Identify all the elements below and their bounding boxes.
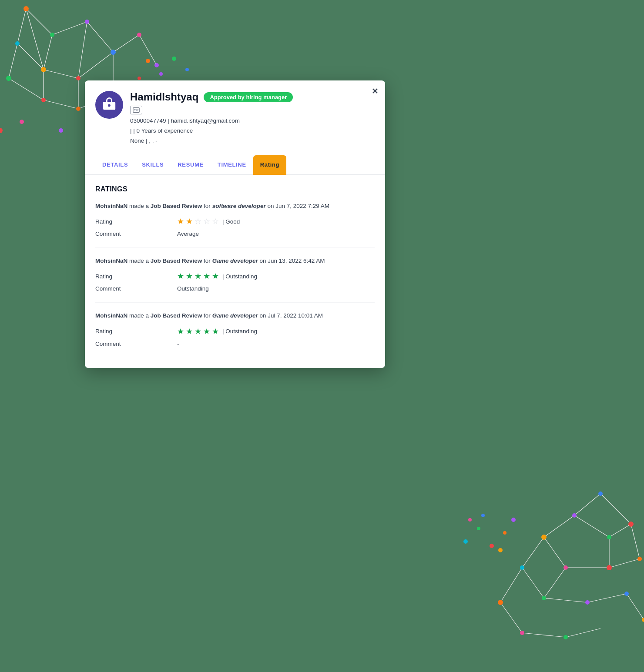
svg-line-1 bbox=[52, 22, 87, 35]
svg-line-5 bbox=[26, 9, 44, 70]
svg-point-22 bbox=[85, 20, 89, 24]
svg-point-69 bbox=[607, 535, 611, 539]
svg-line-46 bbox=[631, 524, 640, 559]
svg-point-70 bbox=[541, 535, 547, 540]
svg-line-62 bbox=[500, 602, 522, 633]
svg-line-12 bbox=[9, 43, 17, 78]
svg-line-59 bbox=[627, 594, 644, 620]
svg-point-29 bbox=[6, 76, 11, 81]
location: None | , , - bbox=[130, 136, 375, 146]
svg-point-67 bbox=[637, 557, 642, 561]
svg-point-85 bbox=[511, 518, 516, 522]
svg-point-39 bbox=[172, 57, 176, 61]
svg-point-31 bbox=[76, 107, 80, 111]
svg-line-63 bbox=[522, 633, 566, 637]
star-1-2: ★ bbox=[186, 217, 193, 226]
svg-point-21 bbox=[50, 33, 54, 37]
review-3-comment-row: Comment - bbox=[95, 341, 375, 347]
avatar bbox=[95, 91, 123, 119]
modal-body: RATINGS MohsinNaN made a Job Based Revie… bbox=[85, 175, 385, 368]
review-3-header: MohsinNaN made a Job Based Review for Ga… bbox=[95, 311, 375, 320]
dots-decoration-bottom bbox=[453, 507, 522, 559]
svg-point-83 bbox=[490, 544, 494, 548]
svg-line-51 bbox=[544, 537, 566, 568]
svg-line-9 bbox=[78, 22, 87, 78]
svg-point-90 bbox=[108, 104, 111, 107]
tab-details[interactable]: DETAILS bbox=[95, 155, 135, 175]
review-1-rating-text: | Good bbox=[222, 218, 240, 225]
star-3-1: ★ bbox=[177, 327, 184, 336]
review-2-rating-row: Rating ★ ★ ★ ★ ★ | Outstanding bbox=[95, 271, 375, 281]
review-1-date: Jun 7, 2022 7:29 AM bbox=[275, 203, 329, 209]
reviewer-2-name: MohsinNaN bbox=[95, 257, 127, 264]
star-3-3: ★ bbox=[195, 327, 201, 336]
svg-point-25 bbox=[41, 67, 46, 72]
svg-point-36 bbox=[0, 128, 3, 133]
review-3-on: on bbox=[259, 312, 268, 319]
review-2-rating-text: | Outstanding bbox=[222, 273, 257, 280]
review-2: MohsinNaN made a Job Based Review for Ga… bbox=[95, 247, 375, 292]
svg-point-27 bbox=[137, 33, 141, 37]
svg-point-24 bbox=[76, 76, 80, 80]
svg-point-73 bbox=[607, 565, 612, 570]
tab-rating[interactable]: Rating bbox=[253, 155, 286, 175]
network-decoration-bottom-right bbox=[479, 481, 644, 655]
review-1-comment-label: Comment bbox=[95, 231, 174, 237]
svg-point-74 bbox=[542, 596, 546, 600]
review-1-comment-row: Comment Average bbox=[95, 231, 375, 237]
svg-line-13 bbox=[9, 78, 44, 100]
review-2-rating-value: ★ ★ ★ ★ ★ | Outstanding bbox=[177, 271, 375, 281]
star-2-4: ★ bbox=[203, 271, 210, 281]
review-1-job: software developer bbox=[212, 203, 266, 209]
tabs-bar: DETAILS SKILLS RESUME TIMELINE Rating bbox=[85, 155, 385, 175]
review-1-rating-label: Rating bbox=[95, 218, 174, 225]
review-1-rating-row: Rating ★ ★ ☆ ☆ ☆ | Good bbox=[95, 217, 375, 226]
svg-point-84 bbox=[503, 531, 506, 535]
close-button[interactable]: ✕ bbox=[372, 87, 378, 95]
svg-point-37 bbox=[146, 59, 150, 63]
tab-skills[interactable]: SKILLS bbox=[135, 155, 171, 175]
tab-resume[interactable]: RESUME bbox=[171, 155, 211, 175]
svg-point-79 bbox=[564, 635, 568, 639]
star-3-2: ★ bbox=[186, 327, 193, 336]
review-3-rating-text: | Outstanding bbox=[222, 328, 257, 334]
review-3-comment: - bbox=[177, 341, 375, 347]
review-2-on: on bbox=[259, 257, 268, 264]
phone-email: 03000047749 | hamid.ishtyaq@gmail.com bbox=[130, 116, 375, 126]
reviewer-1-name: MohsinNaN bbox=[95, 203, 127, 209]
svg-line-60 bbox=[544, 568, 566, 598]
svg-line-14 bbox=[44, 100, 78, 109]
review-3-type: Job Based Review bbox=[151, 312, 202, 319]
svg-point-92 bbox=[134, 109, 136, 110]
svg-line-11 bbox=[139, 35, 157, 65]
svg-line-7 bbox=[17, 43, 44, 70]
svg-point-86 bbox=[481, 514, 485, 517]
svg-point-68 bbox=[572, 513, 577, 518]
svg-point-35 bbox=[20, 120, 24, 124]
svg-line-57 bbox=[544, 598, 587, 602]
star-1-5: ☆ bbox=[212, 217, 219, 226]
review-2-prep: for bbox=[204, 257, 212, 264]
svg-line-55 bbox=[522, 537, 544, 568]
review-2-rating-label: Rating bbox=[95, 273, 174, 280]
svg-point-26 bbox=[15, 41, 20, 46]
svg-point-20 bbox=[23, 6, 29, 11]
star-3-5: ★ bbox=[212, 327, 219, 336]
svg-point-75 bbox=[585, 600, 590, 605]
review-2-type: Job Based Review bbox=[151, 257, 202, 264]
review-3-rating-value: ★ ★ ★ ★ ★ | Outstanding bbox=[177, 327, 375, 336]
tab-timeline[interactable]: TIMELINE bbox=[211, 155, 253, 175]
svg-line-2 bbox=[87, 22, 113, 52]
svg-line-3 bbox=[78, 52, 113, 78]
star-2-1: ★ bbox=[177, 271, 184, 281]
svg-point-44 bbox=[138, 77, 141, 80]
svg-rect-91 bbox=[133, 108, 139, 113]
star-2-2: ★ bbox=[186, 271, 193, 281]
svg-point-65 bbox=[598, 491, 603, 496]
svg-point-66 bbox=[628, 522, 634, 527]
svg-point-71 bbox=[520, 565, 524, 570]
candidate-modal: HamidIshtyaq Approved by hiring manager … bbox=[85, 80, 385, 368]
svg-point-28 bbox=[154, 63, 159, 67]
svg-line-6 bbox=[17, 9, 26, 43]
candidate-name: HamidIshtyaq bbox=[130, 91, 198, 103]
